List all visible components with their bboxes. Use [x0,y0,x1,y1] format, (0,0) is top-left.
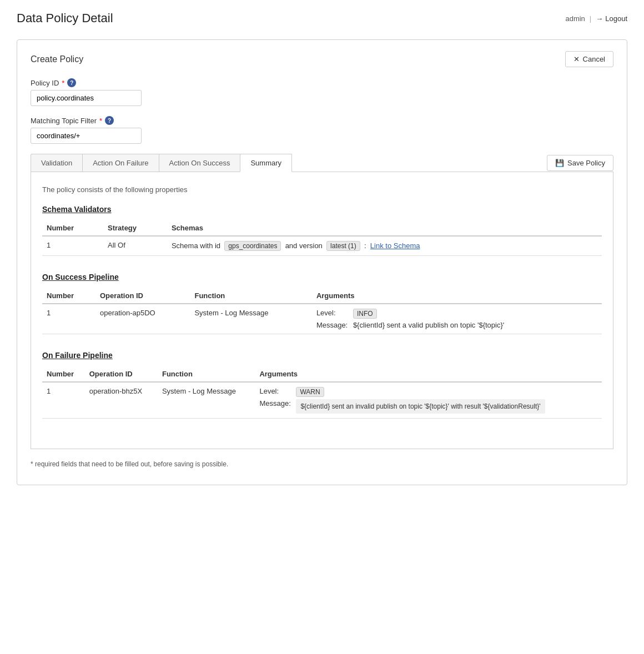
logout-icon: → [596,14,603,23]
on-failure-pipeline-section: On Failure Pipeline Number Operation ID … [42,351,602,419]
help-icon-policy-id[interactable]: ? [67,78,76,87]
level-badge-info: INFO [353,309,377,319]
matching-topic-label: Matching Topic Filter * ? [31,116,613,125]
message-value-success: ${clientId} sent a valid publish on topi… [353,321,504,329]
table-row: 1 operation-ap5DO System - Log Message L… [42,304,602,334]
col-schemas: Schemas [167,220,602,236]
arguments-cell-failure: Level: WARN Message: ${clientId} sent an… [259,387,597,414]
level-badge-warn: WARN [296,387,324,397]
on-failure-pipeline-table: Number Operation ID Function Arguments 1… [42,366,602,419]
level-label: Level: [316,309,350,317]
schema-link[interactable]: Link to Schema [370,242,420,250]
logout-link[interactable]: → Logout [596,14,627,23]
arg-message-row: Message: ${clientId} sent a valid publis… [316,321,597,329]
arg-level-row-failure: Level: WARN [259,387,597,397]
ofp-arguments: Level: WARN Message: ${clientId} sent an… [255,382,602,419]
schema-validators-title: Schema Validators [42,205,602,214]
save-label: Save Policy [567,159,605,167]
footer-note: * required fields that need to be filled… [31,460,613,468]
col-operation-id-ofp: Operation ID [85,366,158,382]
separator: | [590,14,591,23]
col-number-ofp: Number [42,366,85,382]
osp-operation-id: operation-ap5DO [95,304,190,334]
tab-content-summary: The policy consists of the following pro… [31,172,613,449]
logout-label: Logout [605,14,627,23]
ofp-function: System - Log Message [158,382,255,419]
cancel-label: Cancel [583,55,605,63]
on-failure-pipeline-title: On Failure Pipeline [42,351,602,360]
help-icon-topic[interactable]: ? [105,116,114,125]
save-icon: 💾 [555,159,564,167]
tabs-container: Validation Action On Failure Action On S… [31,154,613,172]
col-number-osp: Number [42,288,95,304]
on-success-pipeline-title: On Success Pipeline [42,273,602,281]
table-row: 1 operation-bhz5X System - Log Message L… [42,382,602,419]
osp-number: 1 [42,304,95,334]
ofp-number: 1 [42,382,85,419]
schema-link-separator: : [362,242,368,250]
col-operation-id-osp: Operation ID [95,288,190,304]
tabs-list: Validation Action On Failure Action On S… [31,154,291,172]
tab-action-on-success[interactable]: Action On Success [159,154,241,172]
save-policy-button[interactable]: 💾 Save Policy [547,155,613,171]
col-function-ofp: Function [158,366,255,382]
message-value-failure: ${clientId} sent an invalid publish on t… [296,399,545,414]
schema-validators-table: Number Strategy Schemas 1 All Of Schema … [42,220,602,256]
policy-id-label: Policy ID * ? [31,78,613,87]
sv-strategy: All Of [103,236,167,256]
level-label-failure: Level: [259,387,293,395]
main-card: Create Policy ✕ Cancel Policy ID * ? Mat… [17,39,627,485]
page-title: Data Policy Detail [17,11,113,26]
col-function-osp: Function [190,288,311,304]
schema-prefix: Schema with id [172,242,223,250]
col-arguments-osp: Arguments [312,288,602,304]
schema-validators-section: Schema Validators Number Strategy Schema… [42,205,602,256]
on-success-pipeline-table: Number Operation ID Function Arguments 1… [42,288,602,334]
matching-topic-input[interactable] [31,128,142,144]
required-star-topic: * [99,117,102,125]
username: admin [565,14,585,23]
tab-action-on-failure[interactable]: Action On Failure [82,154,159,172]
cancel-icon: ✕ [573,55,580,63]
policy-id-input[interactable] [31,90,142,106]
message-label: Message: [316,321,350,329]
summary-intro: The policy consists of the following pro… [42,185,602,194]
col-arguments-ofp: Arguments [255,366,602,382]
table-row: 1 All Of Schema with id gps_coordinates … [42,236,602,256]
schema-version-badge: latest (1) [326,241,360,251]
message-label-failure: Message: [259,399,293,408]
policy-id-group: Policy ID * ? [31,78,613,106]
required-star: * [62,79,64,87]
osp-arguments: Level: INFO Message: ${clientId} sent a … [312,304,602,334]
arguments-cell-success: Level: INFO Message: ${clientId} sent a … [316,309,597,329]
sv-schemas: Schema with id gps_coordinates and versi… [167,236,602,256]
matching-topic-group: Matching Topic Filter * ? [31,116,613,144]
col-strategy: Strategy [103,220,167,236]
top-nav: admin | → Logout [565,14,627,23]
card-title: Create Policy [31,54,83,64]
cancel-button[interactable]: ✕ Cancel [565,51,613,67]
ofp-operation-id: operation-bhz5X [85,382,158,419]
schema-id-badge: gps_coordinates [224,241,281,251]
card-header: Create Policy ✕ Cancel [31,51,613,67]
tab-summary[interactable]: Summary [240,154,292,172]
on-success-pipeline-section: On Success Pipeline Number Operation ID … [42,273,602,334]
arg-level-row: Level: INFO [316,309,597,319]
sv-number: 1 [42,236,103,256]
schema-version-prefix: and version [283,242,324,250]
tab-validation[interactable]: Validation [31,154,83,172]
osp-function: System - Log Message [190,304,311,334]
col-number-sv: Number [42,220,103,236]
arg-message-row-failure: Message: ${clientId} sent an invalid pub… [259,399,597,414]
